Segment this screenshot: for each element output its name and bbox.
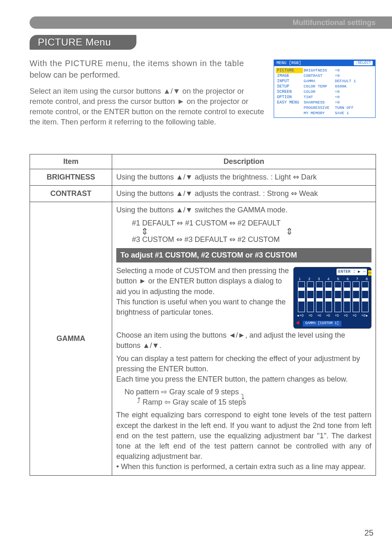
osd-left-item-option: OPTION — [276, 94, 303, 100]
gamma-custom-badge: GAMMA [CUSTOM 1] — [303, 321, 341, 327]
col-item: Item — [30, 154, 112, 169]
section-title-chip: PICTURE Menu — [30, 35, 136, 50]
section-title: PICTURE Menu — [38, 37, 111, 48]
col-desc: Description — [112, 154, 376, 169]
intro-p1-line2: below can be performed. — [30, 69, 268, 81]
osd-left-item-input: INPUT — [276, 78, 303, 84]
eq-values: +0 +0 +0 +0 +0 +0 +0 +0 — [296, 313, 369, 318]
intro-paragraph-1: With the PICTURE menu, the items shown i… — [30, 58, 268, 81]
enter-badge: ENTER : ▶ → — [337, 269, 367, 275]
osd-r-colortemp: COLOR TEMP — [304, 84, 335, 89]
flow-down-arrow-icon: ⤵ — [241, 392, 244, 402]
osd-preview: MENU [RGB] :SELECT PICTURE IMAGE INPUT S… — [274, 60, 376, 118]
gamma-diag-line1: #1 DEFAULT ⇔ #1 CUSTOM ⇔ #2 DEFAULT — [132, 218, 371, 228]
osd-r-gamma: GAMMA — [304, 79, 335, 83]
settings-table: Item Description BRIGHTNESS Using the bu… — [30, 154, 376, 476]
gamma-para4: The eight equalizing bars correspond to … — [116, 410, 371, 462]
row-contrast-desc: Using the buttons ▲/▼ adjusts the contra… — [112, 186, 376, 202]
osd-header: MENU [RGB] :SELECT — [274, 60, 375, 66]
osd-r-tint: TINT — [304, 95, 335, 99]
gamma-flow2: Ramp ⇦ Gray scale of 15 steps — [143, 398, 246, 406]
flow-up-arrow-icon: ⤴ — [137, 396, 141, 406]
osd-left-item-screen: SCREEN — [276, 89, 303, 94]
gamma-para3: You can display a test pattern for check… — [116, 354, 371, 374]
header-bar: Multifunctional settings — [30, 16, 392, 29]
osd-r-brightness: BRIGHTNESS — [304, 68, 335, 73]
osd-left-item-setup: SETUP — [276, 84, 303, 89]
page-number: 25 — [364, 528, 374, 538]
osd-r-progressive: PROGRESSIVE — [304, 106, 335, 110]
row-gamma-item: GAMMA — [30, 202, 112, 475]
gamma-para3b: Each time you press the ENTER button, th… — [116, 374, 371, 384]
osd-r-sharpness: SHARPNESS — [304, 100, 335, 105]
cycle-arrow-icon: ⇕ — [286, 229, 293, 234]
cycle-arrow-icon: ⇕ — [141, 229, 148, 234]
osd-r-mymemory: MY MEMORY — [304, 111, 335, 115]
header-bar-text: Multifunctional settings — [293, 18, 376, 27]
row-gamma-desc: Using the buttons ▲/▼ switches the GAMMA… — [112, 202, 376, 475]
osd-left-column: PICTURE IMAGE INPUT SETUP SCREEN OPTION … — [276, 68, 303, 116]
osd-left-item-image: IMAGE — [276, 73, 303, 78]
osd-left-item-picture: PICTURE — [276, 68, 303, 73]
osd-right-column: BRIGHTNESS+0 CONTRAST+0 GAMMADEFAULT 1 C… — [303, 68, 374, 116]
gamma-diag-line2: #3 CUSTOM ⇔ #3 DEFAULT ⇔ #2 CUSTOM — [132, 235, 371, 245]
osd-select-badge: :SELECT — [354, 61, 373, 65]
intro-paragraph-2: Select an item using the cursor buttons … — [30, 86, 268, 127]
enter-eq-diagram: ENTER : ▶ → 1 2 3 4 5 6 7 8 +0 — [293, 267, 371, 329]
gamma-flow1: No pattern ⇨ Gray scale of 9 steps — [125, 388, 239, 396]
row-brightness-item: BRIGHTNESS — [30, 169, 112, 186]
red-triangle-icon — [296, 321, 299, 325]
yellow-slider-icon — [368, 270, 372, 278]
osd-r-color: COLOR — [304, 90, 335, 94]
eq-bars — [298, 281, 369, 312]
eq-numbers: 1 2 3 4 5 6 7 8 — [299, 276, 368, 282]
row-contrast-item: CONTRAST — [30, 186, 112, 202]
osd-left-item-easymenu: EASY MENU — [276, 100, 303, 105]
gamma-para5: • When this function is performed, a cer… — [116, 462, 371, 472]
gamma-line1: Using the buttons ▲/▼ switches the GAMMA… — [116, 205, 371, 215]
osd-title: MENU [RGB] — [277, 61, 301, 65]
row-brightness-desc: Using the buttons ▲/▼ adjusts the bright… — [112, 169, 376, 186]
gamma-subheader: To adjust #1 CUSTOM, #2 CUSTOM or #3 CUS… — [116, 248, 371, 262]
gamma-para2: Choose an item using the buttons ◄/►, an… — [116, 330, 371, 351]
intro-p1-line1: With the PICTURE menu, the items shown i… — [30, 58, 268, 69]
osd-r-contrast: CONTRAST — [304, 74, 335, 78]
